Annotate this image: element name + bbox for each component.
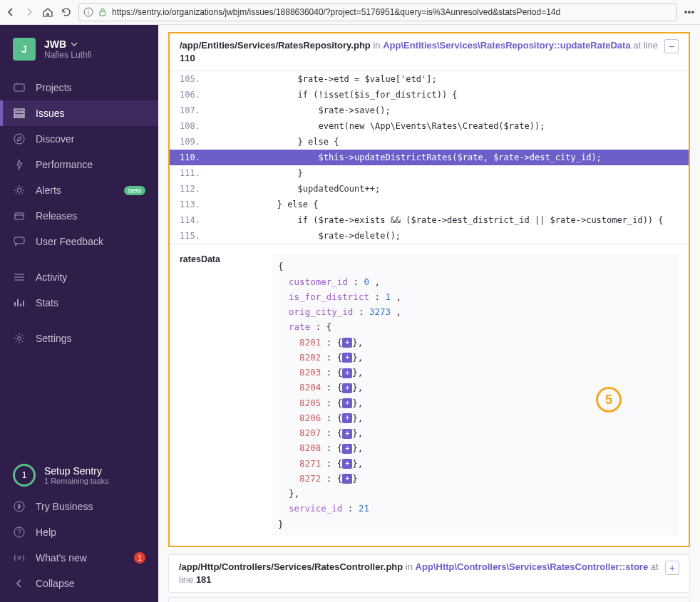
stack-frame-collapsed: /app/Http/Controllers/Services/RatesCont… bbox=[168, 554, 690, 593]
code-line: 109. } else { bbox=[170, 134, 689, 150]
url-bar[interactable]: https://sentry.io/organizations/jwbjm/is… bbox=[78, 3, 677, 21]
org-user: Nafies Luthfi bbox=[44, 50, 92, 60]
svg-rect-5 bbox=[14, 116, 24, 118]
org-avatar: J bbox=[13, 38, 36, 61]
svg-rect-1 bbox=[100, 11, 105, 16]
nav-projects[interactable]: Projects bbox=[0, 75, 158, 100]
var-name: ratesData bbox=[180, 254, 258, 536]
alerts-icon bbox=[13, 184, 26, 197]
stack-frame-expanded: /app/Entities/Services/RatesRepository.p… bbox=[168, 32, 690, 547]
expand-icon[interactable]: + bbox=[342, 444, 352, 454]
code-line: 113. } else { bbox=[170, 197, 689, 212]
expand-icon[interactable]: + bbox=[342, 413, 352, 423]
nav-releases[interactable]: Releases bbox=[0, 203, 158, 229]
releases-icon bbox=[13, 209, 26, 222]
shield-info-icon bbox=[83, 7, 93, 17]
org-switcher[interactable]: J JWB Nafies Luthfi bbox=[0, 25, 158, 69]
back-icon[interactable] bbox=[4, 6, 17, 19]
frame-header: /app/Entities/Services/RatesRepository.p… bbox=[170, 33, 689, 71]
help-icon bbox=[13, 526, 26, 539]
svg-point-6 bbox=[14, 134, 24, 144]
url-text: https://sentry.io/organizations/jwbjm/is… bbox=[112, 7, 560, 17]
svg-point-13 bbox=[18, 556, 21, 559]
code-line: 111. } bbox=[170, 165, 689, 181]
nav-help[interactable]: Help bbox=[0, 519, 158, 545]
bolt-icon bbox=[13, 500, 26, 513]
code-line: 108. event(new \App\Events\Rates\Created… bbox=[170, 118, 689, 134]
settings-icon bbox=[13, 332, 26, 345]
reload-icon[interactable] bbox=[60, 6, 73, 19]
code-line: 112. $updatedCount++; bbox=[170, 181, 689, 197]
expand-icon[interactable]: + bbox=[342, 474, 352, 484]
stats-icon bbox=[13, 296, 26, 309]
performance-icon bbox=[13, 158, 26, 171]
svg-rect-8 bbox=[15, 213, 24, 219]
expand-icon[interactable]: + bbox=[342, 338, 352, 348]
annotation-5: 5 bbox=[596, 387, 622, 412]
svg-rect-9 bbox=[14, 237, 24, 244]
svg-rect-3 bbox=[14, 109, 24, 111]
setup-sentry[interactable]: 1 Setup Sentry1 Remaining tasks bbox=[0, 457, 158, 494]
more-icon[interactable]: ••• bbox=[683, 6, 696, 19]
broadcast-icon bbox=[13, 551, 26, 564]
frame-function: App\Entities\Services\RatesRepository::u… bbox=[383, 40, 630, 51]
collapse-icon bbox=[13, 577, 26, 590]
projects-icon bbox=[13, 81, 26, 94]
expand-icon[interactable]: + bbox=[342, 383, 352, 393]
code-line: 114. if ($rate->exists && ($rate->dest_d… bbox=[170, 212, 689, 228]
frame-line: 110 bbox=[180, 53, 195, 63]
nav-settings[interactable]: Settings bbox=[0, 326, 158, 351]
feedback-icon bbox=[13, 235, 26, 248]
nav-performance[interactable]: Performance bbox=[0, 152, 158, 177]
nav-alerts[interactable]: Alertsnew bbox=[0, 177, 158, 203]
nav-activity[interactable]: Activity bbox=[0, 264, 158, 290]
svg-point-12 bbox=[14, 527, 24, 537]
code-line: 110. $this->updateDistrictRates($rate, $… bbox=[170, 150, 689, 165]
expand-icon[interactable]: + bbox=[342, 429, 352, 439]
forward-icon[interactable] bbox=[23, 6, 36, 19]
home-icon[interactable] bbox=[41, 6, 54, 19]
collapse-frame-button[interactable]: − bbox=[664, 39, 679, 53]
expand-icon[interactable]: + bbox=[342, 353, 352, 363]
org-name: JWB bbox=[44, 38, 66, 50]
code-line: 106. if (!isset($is_for_district)) { bbox=[170, 87, 689, 103]
lock-icon bbox=[98, 7, 108, 17]
expand-frame-button[interactable]: + bbox=[665, 561, 679, 575]
svg-point-7 bbox=[17, 188, 21, 192]
called-from: Called from: [internal] in call_user_fun… bbox=[168, 597, 690, 602]
svg-rect-4 bbox=[14, 113, 24, 115]
main-content: /app/Entities/Services/RatesRepository.p… bbox=[158, 25, 700, 602]
chevron-down-icon bbox=[71, 41, 78, 48]
issues-icon bbox=[13, 107, 26, 120]
expand-icon[interactable]: + bbox=[342, 459, 352, 469]
nav-whatsnew[interactable]: What's new1 bbox=[0, 545, 158, 571]
code-line: 105. $rate->etd = $value['etd']; bbox=[170, 71, 689, 87]
expand-icon[interactable]: + bbox=[342, 398, 352, 408]
svg-point-10 bbox=[18, 337, 21, 341]
nav-stats[interactable]: Stats bbox=[0, 290, 158, 316]
new-badge: new bbox=[124, 186, 145, 195]
activity-icon bbox=[13, 271, 26, 284]
code-line: 107. $rate->save(); bbox=[170, 103, 689, 118]
sidebar: J JWB Nafies Luthfi Projects Issues Disc… bbox=[0, 25, 158, 602]
nav-try-business[interactable]: Try Business bbox=[0, 494, 158, 519]
code-line: 115. $rate->delete(); bbox=[170, 228, 689, 244]
notification-dot: 1 bbox=[134, 552, 145, 564]
nav-collapse[interactable]: Collapse bbox=[0, 571, 158, 596]
discover-icon bbox=[13, 133, 26, 145]
browser-toolbar: https://sentry.io/organizations/jwbjm/is… bbox=[0, 0, 700, 25]
nav-discover[interactable]: Discover bbox=[0, 126, 158, 152]
nav-feedback[interactable]: User Feedback bbox=[0, 229, 158, 254]
setup-ring: 1 bbox=[13, 464, 36, 487]
svg-rect-2 bbox=[14, 84, 24, 91]
expand-icon[interactable]: + bbox=[342, 368, 352, 378]
frame-path: /app/Entities/Services/RatesRepository.p… bbox=[180, 40, 371, 51]
source-code: 105. $rate->etd = $value['etd'];106. if … bbox=[170, 71, 689, 244]
nav-issues[interactable]: Issues bbox=[0, 100, 158, 126]
